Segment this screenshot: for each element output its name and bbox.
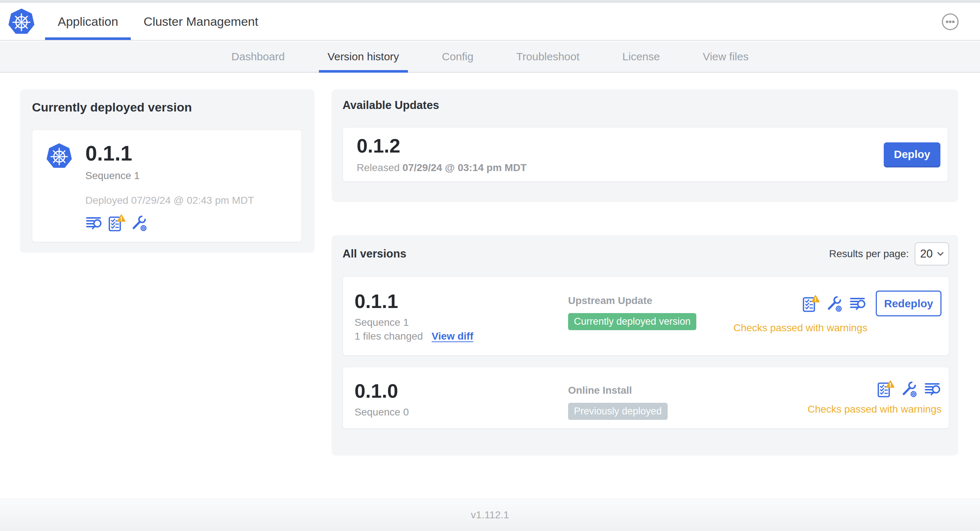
tab-dashboard[interactable]: Dashboard — [223, 41, 293, 72]
all-versions-card: All versions Results per page: 20 0.1.1 … — [332, 235, 958, 455]
active-tab-underline — [45, 37, 131, 40]
kubernetes-app-icon — [45, 142, 73, 170]
files-changed-count: 1 files changed — [355, 331, 423, 342]
deployed-version-number: 0.1.1 — [85, 141, 254, 165]
update-released-line: Released 07/29/24 @ 03:14 pm MDT — [357, 162, 527, 173]
tab-troubleshoot[interactable]: Troubleshoot — [508, 41, 588, 72]
release-notes-icon[interactable] — [849, 295, 867, 312]
deployed-sequence: Sequence 1 — [85, 170, 254, 181]
results-per-page-label: Results per page: — [829, 248, 909, 260]
version-source-info: Online Install Previously deployed — [568, 380, 807, 420]
preflight-checks-icon[interactable] — [877, 380, 894, 398]
results-per-page: Results per page: 20 — [829, 242, 949, 266]
page-footer: v1.112.1 — [0, 499, 980, 531]
update-version-number: 0.1.2 — [357, 135, 527, 156]
tab-version-history-label: Version history — [328, 51, 399, 63]
released-label: Released — [357, 162, 399, 173]
version-actions: Redeploy Checks passed with warnings — [733, 291, 942, 334]
subnav-tabs: Dashboard Version history Config Trouble… — [223, 41, 757, 72]
status-badge: Currently deployed version — [568, 313, 696, 330]
deploy-button[interactable]: Deploy — [884, 142, 940, 166]
version-info: 0.1.0 Sequence 0 — [355, 380, 568, 418]
app-header: Application Cluster Management — [0, 3, 980, 41]
tab-version-history[interactable]: Version history — [319, 41, 408, 72]
app-subnav: Dashboard Version history Config Trouble… — [0, 41, 980, 73]
version-row: 0.1.0 Sequence 0 Online Install Previous… — [342, 367, 949, 429]
deployed-timestamp: Deployed 07/29/24 @ 02:43 pm MDT — [85, 195, 254, 206]
main-content: Currently deployed version 0.1.1 Sequenc… — [0, 73, 980, 499]
config-icon[interactable] — [900, 380, 918, 398]
version-number: 0.1.1 — [355, 291, 568, 312]
overflow-menu-icon[interactable] — [942, 13, 959, 30]
version-actions: Checks passed with warnings — [807, 380, 942, 415]
window-top-strip — [0, 0, 980, 3]
released-timestamp: 07/29/24 @ 03:14 pm MDT — [402, 162, 527, 173]
console-version: v1.112.1 — [471, 509, 509, 521]
release-notes-icon[interactable] — [924, 380, 942, 398]
checks-status[interactable]: Checks passed with warnings — [807, 404, 942, 415]
config-icon[interactable] — [130, 214, 148, 232]
kubernetes-logo-icon — [7, 8, 36, 36]
tab-license[interactable]: License — [614, 41, 668, 72]
update-row: 0.1.2 Released 07/29/24 @ 03:14 pm MDT D… — [342, 127, 948, 181]
currently-deployed-card: Currently deployed version 0.1.1 Sequenc… — [20, 89, 315, 253]
results-per-page-select[interactable]: 20 — [915, 242, 949, 266]
available-updates-card: Available Updates 0.1.2 Released 07/29/2… — [332, 89, 958, 202]
tab-config[interactable]: Config — [433, 41, 482, 72]
admin-console-page: Application Cluster Management Dashboard… — [0, 0, 980, 531]
currently-deployed-version-card: 0.1.1 Sequence 1 Deployed 07/29/24 @ 02:… — [32, 130, 302, 242]
tab-application[interactable]: Application — [45, 3, 131, 40]
version-source: Upstream Update — [568, 295, 733, 307]
version-number: 0.1.0 — [355, 380, 568, 401]
right-column: Available Updates 0.1.2 Released 07/29/2… — [332, 89, 958, 455]
active-subtab-underline — [319, 70, 408, 73]
version-source: Online Install — [568, 385, 807, 396]
config-icon[interactable] — [826, 295, 843, 312]
tab-dashboard-label: Dashboard — [231, 51, 285, 63]
tab-application-label: Application — [58, 14, 118, 29]
files-changed-line: 1 files changed View diff — [355, 331, 568, 342]
tab-cluster-management-label: Cluster Management — [143, 14, 258, 29]
currently-deployed-details: 0.1.1 Sequence 1 Deployed 07/29/24 @ 02:… — [85, 141, 254, 232]
tab-license-label: License — [622, 51, 660, 63]
tab-config-label: Config — [442, 51, 474, 63]
version-actions-line: Redeploy — [802, 291, 942, 316]
available-updates-title: Available Updates — [342, 99, 948, 112]
tab-view-files-label: View files — [703, 51, 749, 63]
header-tabs: Application Cluster Management — [45, 3, 271, 40]
currently-deployed-title: Currently deployed version — [32, 100, 302, 114]
version-sequence: Sequence 0 — [355, 406, 568, 418]
version-actions-line — [877, 380, 942, 398]
tab-cluster-management[interactable]: Cluster Management — [131, 3, 271, 40]
results-per-page-value: 20 — [920, 247, 932, 261]
version-sequence: Sequence 1 — [355, 317, 568, 328]
view-diff-link[interactable]: View diff — [431, 331, 473, 342]
version-info: 0.1.1 Sequence 1 1 files changed View di… — [355, 291, 568, 342]
redeploy-button[interactable]: Redeploy — [876, 291, 942, 316]
tab-view-files[interactable]: View files — [694, 41, 757, 72]
version-row: 0.1.1 Sequence 1 1 files changed View di… — [342, 277, 949, 356]
preflight-checks-icon[interactable] — [802, 295, 819, 312]
status-badge: Previously deployed — [568, 403, 668, 420]
release-notes-icon[interactable] — [85, 214, 103, 232]
update-details: 0.1.2 Released 07/29/24 @ 03:14 pm MDT — [357, 135, 527, 173]
all-versions-title: All versions — [342, 247, 406, 261]
all-versions-header: All versions Results per page: 20 — [342, 242, 949, 266]
version-source-info: Upstream Update Currently deployed versi… — [568, 291, 733, 330]
header-right — [942, 3, 980, 40]
chevron-down-icon — [937, 252, 944, 256]
deployed-version-actions — [85, 214, 254, 232]
checks-status[interactable]: Checks passed with warnings — [733, 322, 867, 334]
preflight-checks-icon[interactable] — [108, 214, 125, 232]
tab-troubleshoot-label: Troubleshoot — [516, 51, 579, 63]
